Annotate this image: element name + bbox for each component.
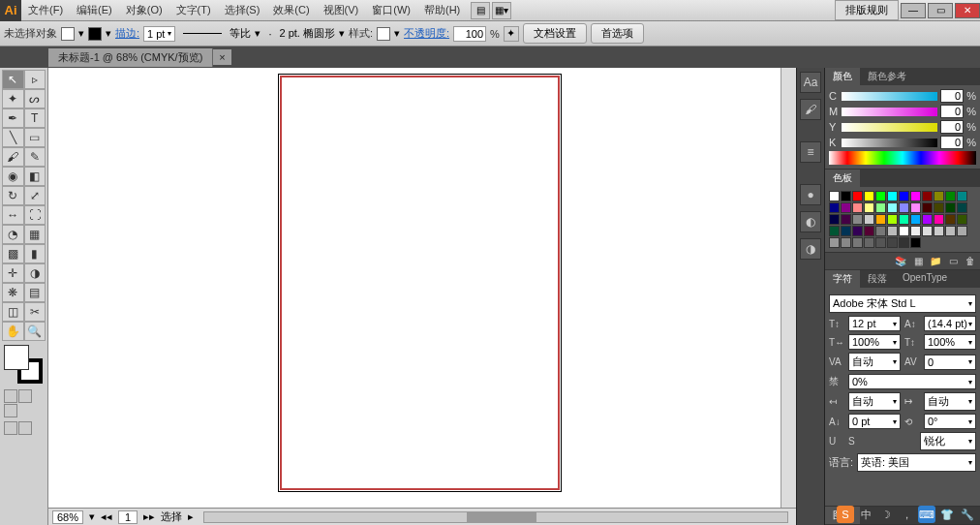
line-tool[interactable]: ╲ <box>2 128 24 147</box>
fill-color-icon[interactable] <box>4 345 29 370</box>
brush-panel-icon[interactable]: 🖌 <box>800 99 821 120</box>
artboard-tool[interactable]: ◫ <box>2 302 24 322</box>
swatch-46[interactable] <box>945 226 956 236</box>
swatch-19[interactable] <box>910 202 921 213</box>
perspective-tool[interactable]: ▦ <box>24 225 46 244</box>
none-mode-icon[interactable] <box>4 404 17 417</box>
vscale-input[interactable]: 100% <box>848 334 901 350</box>
swatch-5[interactable] <box>887 191 898 201</box>
character-tab[interactable]: 字符 <box>825 270 860 288</box>
graph-tool[interactable]: ▤ <box>24 283 46 302</box>
moon-icon[interactable]: ☽ <box>877 506 895 523</box>
swatch-42[interactable] <box>899 226 909 236</box>
swatch-13[interactable] <box>841 202 851 213</box>
artboard[interactable] <box>278 74 562 492</box>
window-close[interactable]: ✕ <box>955 3 980 18</box>
baseline-input[interactable]: 0 pt <box>848 414 901 429</box>
shape-builder-tool[interactable]: ◔ <box>2 225 24 244</box>
swatches-tab[interactable]: 色板 <box>825 170 860 187</box>
recolor-icon[interactable]: ✦ <box>504 26 519 42</box>
selection-tool[interactable]: ↖ <box>2 70 24 89</box>
swatch-43[interactable] <box>910 226 921 236</box>
swatch-21[interactable] <box>934 202 944 213</box>
swatch-2[interactable] <box>852 191 863 201</box>
menu-type[interactable]: 文字(T) <box>169 3 218 17</box>
brush-preset[interactable]: 2 pt. 椭圆形 <box>279 26 334 41</box>
transparency-panel-icon[interactable]: ◐ <box>800 211 821 232</box>
workspace-switcher[interactable]: 排版规则 <box>835 0 899 20</box>
swatch-30[interactable] <box>899 214 909 225</box>
gradient-tool[interactable]: ▮ <box>24 244 46 263</box>
rotation-input[interactable]: 0° <box>924 414 976 429</box>
style-swatch[interactable] <box>377 27 390 41</box>
rotate-tool[interactable]: ↻ <box>2 186 24 205</box>
swatch-39[interactable] <box>864 226 874 236</box>
leading-input[interactable]: (14.4 pt) <box>924 316 976 331</box>
gradient-mode-icon[interactable] <box>18 389 32 403</box>
document-setup-button[interactable]: 文档设置 <box>523 23 587 44</box>
menu-window[interactable]: 窗口(W) <box>365 3 417 17</box>
swatch-50[interactable] <box>852 237 863 248</box>
appearance-panel-icon[interactable]: ● <box>800 184 821 205</box>
swatch-47[interactable] <box>957 226 967 236</box>
swatch-44[interactable] <box>922 226 933 236</box>
screen-normal-icon[interactable] <box>4 421 17 435</box>
swatch-17[interactable] <box>887 202 898 213</box>
blob-brush-tool[interactable]: ◉ <box>2 167 24 186</box>
strike-icon[interactable]: S <box>848 436 864 447</box>
color-mode-icon[interactable] <box>4 389 17 403</box>
swatch-12[interactable] <box>829 202 840 213</box>
opacity-input[interactable] <box>453 26 486 42</box>
menu-help[interactable]: 帮助(H) <box>417 3 467 17</box>
opentype-tab[interactable]: OpenType <box>895 270 955 288</box>
page-number[interactable]: 1 <box>118 510 138 524</box>
swatch-10[interactable] <box>945 191 956 201</box>
toolbox-icon[interactable]: 🔧 <box>959 506 976 523</box>
swatch-20[interactable] <box>922 202 933 213</box>
menu-effect[interactable]: 效果(C) <box>266 3 316 17</box>
menu-edit[interactable]: 编辑(E) <box>70 3 119 17</box>
swatch-40[interactable] <box>875 226 886 236</box>
symbol-sprayer-tool[interactable]: ❋ <box>2 283 24 302</box>
pen-tool[interactable]: ✒ <box>2 108 24 128</box>
menu-select[interactable]: 选择(S) <box>218 3 267 17</box>
fill-stroke-control[interactable] <box>4 345 43 384</box>
mesh-tool[interactable]: ▩ <box>2 244 24 263</box>
color-spectrum[interactable] <box>829 151 976 165</box>
vertical-scrollbar[interactable] <box>781 68 796 508</box>
swatch-7[interactable] <box>910 191 921 201</box>
preferences-button[interactable]: 首选项 <box>591 23 644 44</box>
magic-wand-tool[interactable]: ✦ <box>2 89 24 108</box>
swatch-37[interactable] <box>841 226 851 236</box>
cmyk-Y-slider[interactable] <box>842 123 937 132</box>
swatch-38[interactable] <box>852 226 863 236</box>
swatch-33[interactable] <box>934 214 944 225</box>
blend-tool[interactable]: ◑ <box>24 263 46 283</box>
swatch-36[interactable] <box>829 226 840 236</box>
underline-icon[interactable]: U <box>829 436 844 447</box>
color-tab[interactable]: 颜色 <box>825 68 860 85</box>
swatch-27[interactable] <box>864 214 874 225</box>
swatch-34[interactable] <box>945 214 956 225</box>
swatch-16[interactable] <box>875 202 886 213</box>
swatch-31[interactable] <box>910 214 921 225</box>
screen-full-icon[interactable] <box>18 421 32 435</box>
cmyk-C-slider[interactable] <box>842 92 937 101</box>
swatch-0[interactable] <box>829 191 840 201</box>
zoom-level[interactable]: 68% <box>52 510 83 524</box>
swatch-6[interactable] <box>899 191 909 201</box>
new-swatch-icon[interactable]: ▭ <box>946 255 960 268</box>
paintbrush-tool[interactable]: 🖌 <box>2 147 24 167</box>
swatch-11[interactable] <box>957 191 967 201</box>
direct-select-tool[interactable]: ▹ <box>24 70 46 89</box>
font-family-select[interactable]: Adobe 宋体 Std L <box>829 294 976 313</box>
color-guide-tab[interactable]: 颜色参考 <box>860 68 914 85</box>
hscale-input[interactable]: 100% <box>924 334 976 350</box>
swatch-8[interactable] <box>922 191 933 201</box>
swatch-45[interactable] <box>934 226 944 236</box>
align-panel-icon[interactable]: ≡ <box>800 141 821 163</box>
tracking-input[interactable]: 0 <box>924 355 976 370</box>
opacity-link[interactable]: 不透明度: <box>404 26 449 41</box>
eraser-tool[interactable]: ◧ <box>24 167 46 186</box>
stroke-swatch[interactable] <box>88 27 102 41</box>
